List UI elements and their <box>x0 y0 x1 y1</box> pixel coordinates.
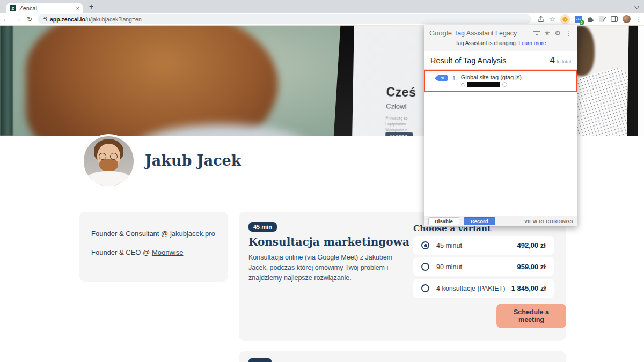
share-icon[interactable] <box>538 16 544 23</box>
settings-gear-icon[interactable]: ⚙ <box>554 29 561 36</box>
variant-option-45-minut[interactable]: 45 minut 492,00 zł <box>413 236 554 255</box>
popup-menu-icon[interactable]: ⋮ <box>565 29 572 36</box>
variant-option-pakiet[interactable]: 4 konsultacje (PAKIET) 1 845,00 zł <box>413 279 554 298</box>
next-meeting-card-partial <box>239 351 566 362</box>
jakubjacek-pro-link[interactable]: jakubjacek.pro <box>170 230 215 238</box>
hero-left-frame <box>0 25 13 136</box>
meeting-title: Konsultacja marketingowa <box>248 235 409 248</box>
bookmark-star-icon[interactable]: ☆ <box>549 16 555 23</box>
browser-toolbar: ← → ↻ app.zencal.io/u/jakubjacek?lang=en… <box>0 13 644 25</box>
back-icon[interactable]: ← <box>0 15 12 23</box>
tag-assistant-extension-icon[interactable] <box>560 14 570 24</box>
tag-index: 1. <box>452 75 457 82</box>
forward-icon[interactable]: → <box>12 15 24 23</box>
result-heading: Result of Tag Analysis <box>430 56 507 65</box>
meeting-type-card: 45 min Konsultacja marketingowa Konsulta… <box>239 212 566 341</box>
record-button[interactable]: Record <box>464 217 495 225</box>
browser-profile-avatar[interactable] <box>623 15 631 23</box>
popup-header: Google Tag Assistant Legacy ★ ⚙ ⋮ Tag As… <box>424 25 577 51</box>
tag-id-row: G- <box>461 82 522 87</box>
variant-price: 492,00 zł <box>517 241 546 249</box>
profile-avatar <box>82 134 136 188</box>
redacted-tag-id <box>467 82 500 87</box>
hero-woman-hair <box>26 25 278 136</box>
variant-price: 1 845,00 zł <box>511 284 546 292</box>
lock-icon[interactable] <box>43 18 47 21</box>
meeting-description: Konsultacja online (via Google Meet) z J… <box>248 253 400 283</box>
tab-title: Zencal <box>19 5 73 11</box>
onscreen-heading: Cześ <box>386 85 416 100</box>
code-extension-icon[interactable]: </>2 <box>575 16 582 23</box>
hero-right-margin <box>638 25 644 136</box>
highlighted-tag-row[interactable]: :0 1. Global site tag (gtag.js) G- <box>424 70 577 92</box>
moonwise-link[interactable]: Moonwise <box>152 248 184 256</box>
zencal-favicon: Z <box>10 5 16 11</box>
tag-name: Global site tag (gtag.js) <box>461 74 522 80</box>
result-header-row: Result of Tag Analysis 4In total <box>424 51 577 70</box>
role-line: Founder & Consultant @ jakubjacek.pro <box>91 230 216 238</box>
reading-list-icon[interactable] <box>599 16 606 22</box>
hero-man-head <box>577 25 595 76</box>
browser-tab[interactable]: Z Zencal × <box>6 3 83 13</box>
tag-total: 4In total <box>550 55 572 66</box>
schedule-meeting-button[interactable]: Schedule a meeting <box>496 304 566 328</box>
url-text: app.zencal.io/u/jakubjacek?lang=en <box>50 16 142 23</box>
onscreen-subheading: Człowi <box>386 102 407 110</box>
onscreen-facebook-button: FACEBO <box>385 132 413 136</box>
tab-search-chevron-icon[interactable] <box>634 4 640 9</box>
variant-option-90-minut[interactable]: 90 minut 959,00 zł <box>413 257 554 276</box>
side-panel-icon[interactable] <box>611 16 618 22</box>
extension-badge: 2 <box>580 20 584 25</box>
reload-icon[interactable]: ↻ <box>24 16 35 23</box>
next-duration-badge-partial <box>248 358 272 362</box>
radio-selected-icon[interactable] <box>421 241 429 249</box>
google-logo-text: Google <box>429 29 452 37</box>
tab-close-icon[interactable]: × <box>76 5 79 11</box>
disable-button[interactable]: Disable <box>428 217 459 225</box>
address-bar[interactable]: app.zencal.io/u/jakubjacek?lang=en <box>38 14 531 24</box>
new-tab-button[interactable]: + <box>89 2 93 11</box>
gtag-tag-icon: :0 <box>437 75 448 81</box>
filter-icon[interactable] <box>533 31 540 35</box>
role-line: Founder & CEO @ Moonwise <box>91 248 216 256</box>
browser-menu-icon[interactable]: ⋮ <box>635 16 642 23</box>
learn-more-link[interactable]: Learn more <box>518 40 546 46</box>
popup-empty-body <box>424 92 577 216</box>
variant-price: 959,00 zł <box>517 263 546 271</box>
extensions-puzzle-icon[interactable] <box>587 16 594 23</box>
tag-assistant-popup: Google Tag Assistant Legacy ★ ⚙ ⋮ Tag As… <box>424 25 577 226</box>
radio-icon[interactable] <box>421 263 429 271</box>
tab-strip: Z Zencal × + <box>0 0 644 13</box>
view-recordings-link[interactable]: VIEW RECORDINGS <box>524 219 573 224</box>
avatar-glasses-icon <box>99 153 106 160</box>
duration-badge: 45 min <box>248 222 277 232</box>
profile-roles-card: Founder & Consultant @ jakubjacek.pro Fo… <box>79 212 228 282</box>
changing-banner: Tag Assistant is changing. Learn more <box>429 37 572 48</box>
popup-footer: Disable Record VIEW RECORDINGS <box>424 216 577 226</box>
radio-icon[interactable] <box>421 284 429 292</box>
rate-star-icon[interactable]: ★ <box>544 29 551 36</box>
hero-man-photo <box>577 25 629 136</box>
profile-name: Jakub Jacek <box>145 152 241 169</box>
product-title: Tag Assistant Legacy <box>454 29 517 37</box>
inspect-icon[interactable] <box>502 82 507 87</box>
